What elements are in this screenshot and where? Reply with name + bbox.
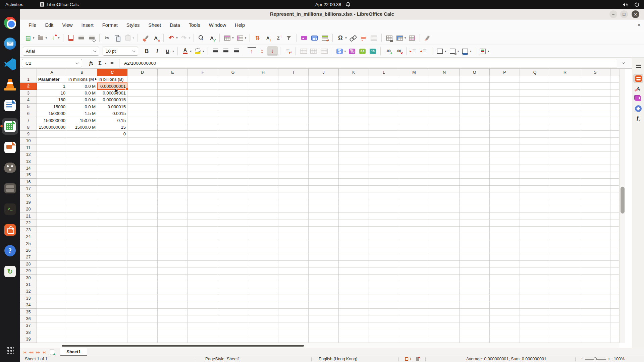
menu-styles[interactable]: Styles [122,21,144,29]
cell-L22[interactable] [369,220,399,227]
cell-R38[interactable] [550,329,580,336]
cell-H32[interactable] [248,288,278,295]
cell-partial-14[interactable] [610,165,619,172]
cell-D12[interactable] [127,152,158,158]
cell-Q18[interactable] [520,192,550,199]
cell-Q11[interactable] [520,144,550,151]
cell-H4[interactable] [248,97,278,103]
clear-formatting-button[interactable] [151,33,161,43]
cell-M16[interactable] [399,179,429,185]
cell-L37[interactable] [369,322,399,329]
cell-A36[interactable] [37,315,67,322]
cell-J38[interactable] [309,329,339,336]
cell-C34[interactable] [97,302,127,309]
dock-help[interactable]: ? [2,242,18,259]
cell-O31[interactable] [460,281,490,288]
cell-partial-28[interactable] [610,261,619,267]
cell-G1[interactable] [218,76,248,83]
cell-partial-12[interactable] [610,152,619,158]
chevron-down-icon[interactable]: ▾ [245,36,247,40]
cell-J20[interactable] [309,206,339,213]
cell-J6[interactable] [309,110,339,117]
cell-B38[interactable] [67,329,97,336]
wrap-text-button[interactable] [283,46,293,56]
cell-C38[interactable] [97,329,127,336]
row-header-27[interactable]: 27 [20,254,37,261]
column-header-J[interactable]: J [309,69,339,76]
cell-S1[interactable] [580,76,610,83]
cell-M23[interactable] [399,227,429,233]
cell-D33[interactable] [127,295,158,302]
cell-A11[interactable] [37,144,67,151]
cell-G19[interactable] [218,199,248,206]
cell-K39[interactable] [339,336,369,343]
cell-I29[interactable] [278,267,309,274]
row-header-25[interactable]: 25 [20,240,37,247]
cell-O27[interactable] [460,254,490,261]
cell-H28[interactable] [248,261,278,267]
cell-K24[interactable] [339,233,369,240]
cell-F28[interactable] [188,261,218,267]
cell-E20[interactable] [158,206,188,213]
cell-N31[interactable] [429,281,460,288]
cell-M37[interactable] [399,322,429,329]
cell-C6[interactable]: 0.0015 [97,110,127,117]
cell-O14[interactable] [460,165,490,172]
cell-F14[interactable] [188,165,218,172]
redo-button[interactable]: ▾ [179,33,192,43]
row-header-34[interactable]: 34 [20,302,37,309]
cell-E3[interactable] [158,90,188,97]
cell-C26[interactable] [97,247,127,254]
cell-E17[interactable] [158,186,188,192]
cell-L5[interactable] [369,104,399,110]
menu-format[interactable]: Format [98,21,122,29]
cell-J27[interactable] [309,254,339,261]
cell-partial-13[interactable] [610,158,619,165]
cell-F5[interactable] [188,104,218,110]
cell-K30[interactable] [339,275,369,281]
cell-H23[interactable] [248,227,278,233]
cell-L11[interactable] [369,144,399,151]
merge-cells-button[interactable] [319,46,329,56]
cell-B31[interactable] [67,281,97,288]
cell-A35[interactable] [37,309,67,315]
cell-O1[interactable] [460,76,490,83]
cell-O29[interactable] [460,267,490,274]
clone-formatting-button[interactable] [140,33,151,43]
cell-M24[interactable] [399,233,429,240]
cell-O36[interactable] [460,315,490,322]
menu-file[interactable]: File [24,21,41,29]
cell-J3[interactable] [309,90,339,97]
cell-G12[interactable] [218,152,248,158]
cell-I36[interactable] [278,315,309,322]
column-header-C[interactable]: C [97,69,127,76]
cell-L23[interactable] [369,227,399,233]
cell-B5[interactable]: 0.0 M [67,104,97,110]
cell-O20[interactable] [460,206,490,213]
cell-P4[interactable] [490,97,520,103]
column-header-N[interactable]: N [429,69,460,76]
dock-vscode[interactable] [2,56,18,73]
cell-I18[interactable] [278,192,309,199]
cell-P28[interactable] [490,261,520,267]
cell-L39[interactable] [369,336,399,343]
cell-C33[interactable] [97,295,127,302]
border-color-button[interactable]: ▾ [460,46,473,56]
menu-data[interactable]: Data [165,21,184,29]
insert-pivot-table-button[interactable] [320,33,330,43]
cell-N4[interactable] [429,97,460,103]
cell-K5[interactable] [339,104,369,110]
zoom-level[interactable]: 100% [614,357,625,361]
cell-B33[interactable] [67,295,97,302]
cell-partial-9[interactable] [610,131,619,137]
cell-E31[interactable] [158,281,188,288]
cell-S33[interactable] [580,295,610,302]
cell-S32[interactable] [580,288,610,295]
cell-R30[interactable] [550,275,580,281]
minimize-button[interactable]: − [609,10,617,18]
cell-S9[interactable] [580,131,610,137]
cell-K8[interactable] [339,124,369,131]
cell-K31[interactable] [339,281,369,288]
cell-R2[interactable] [550,83,580,89]
cell-R14[interactable] [550,165,580,172]
